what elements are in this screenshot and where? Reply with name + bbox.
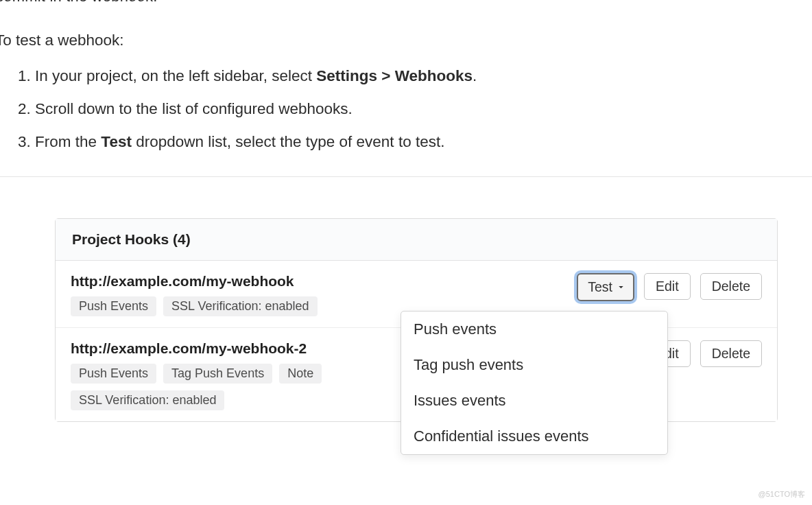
steps-list: 1. In your project, on the left sidebar,… <box>5 64 812 153</box>
step-text-post: . <box>473 67 477 84</box>
cutoff-previous-line: commit in the webhook. <box>0 0 808 4</box>
hook-tags: Push Events SSL Verification: enabled <box>71 296 366 316</box>
step-item: 3. From the Test dropdown list, select t… <box>18 130 812 154</box>
test-dropdown-button[interactable]: Test <box>577 273 634 301</box>
step-item: 1. In your project, on the left sidebar,… <box>18 64 812 88</box>
dropdown-item-confidential-issues-events[interactable]: Confidential issues events <box>401 419 667 454</box>
hook-tags: Push Events Tag Push Events Note SSL Ver… <box>71 364 366 410</box>
hook-url: http://example.com/my-webhook <box>71 273 577 290</box>
step-number: 1. <box>18 67 31 84</box>
chevron-down-icon <box>617 283 625 292</box>
hook-tag: SSL Verification: enabled <box>163 296 317 316</box>
card-title: Project Hooks (4) <box>72 231 191 247</box>
example-panel-wrap: Project Hooks (4) http://example.com/my-… <box>0 176 812 422</box>
hook-tag: Note <box>279 364 322 384</box>
hook-tag: SSL Verification: enabled <box>71 390 224 410</box>
hook-tag: Push Events <box>71 296 156 316</box>
step-text-post: dropdown list, select the type of event … <box>132 133 445 150</box>
hook-actions: Test Edit Delete <box>577 273 762 301</box>
step-item: 2. Scroll down to the list of configured… <box>18 97 812 121</box>
test-dropdown-menu: Push events Tag push events Issues event… <box>401 311 668 455</box>
delete-button[interactable]: Delete <box>700 273 762 299</box>
hook-tag: Tag Push Events <box>163 364 272 384</box>
project-hooks-card: Project Hooks (4) http://example.com/my-… <box>55 218 778 422</box>
dropdown-item-push-events[interactable]: Push events <box>401 312 667 347</box>
card-header: Project Hooks (4) <box>56 219 777 261</box>
step-number: 2. <box>18 100 31 117</box>
delete-button[interactable]: Delete <box>700 340 762 366</box>
step-text-bold: Test <box>101 133 132 150</box>
test-button-label: Test <box>588 278 612 296</box>
intro-text: To test a webhook: <box>0 32 812 49</box>
dropdown-item-issues-events[interactable]: Issues events <box>401 383 667 419</box>
step-number: 3. <box>18 133 31 150</box>
hook-main: http://example.com/my-webhook Push Event… <box>71 273 577 316</box>
hook-row: http://example.com/my-webhook Push Event… <box>56 261 777 328</box>
step-text-bold: Settings > Webhooks <box>316 67 473 84</box>
step-text-pre: Scroll down to the list of configured we… <box>35 100 353 117</box>
step-text-pre: From the <box>35 133 101 150</box>
edit-button[interactable]: Edit <box>644 273 691 299</box>
step-text-pre: In your project, on the left sidebar, se… <box>35 67 316 84</box>
dropdown-item-tag-push-events[interactable]: Tag push events <box>401 347 667 383</box>
hook-tag: Push Events <box>71 364 156 384</box>
watermark: @51CTO博客 <box>759 489 805 500</box>
